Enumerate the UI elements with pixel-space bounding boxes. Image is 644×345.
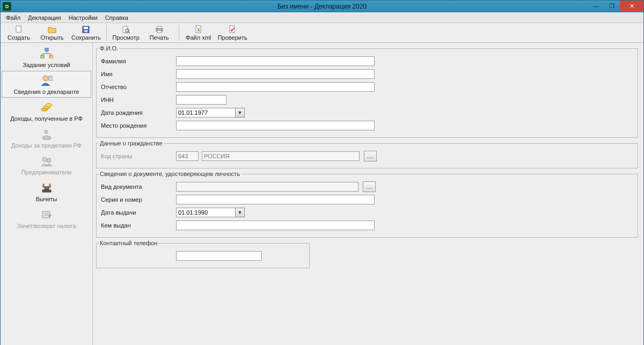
app-window: D Без имени - Декларация 2020 — ❐ ✕ Файл…	[0, 0, 644, 345]
name-label: Имя	[101, 71, 176, 77]
maximize-button[interactable]: ❐	[604, 1, 620, 11]
sidebar-deductions-label: Вычеты	[36, 196, 57, 202]
sidebar-income-rf-label: Доходы, полученные в РФ	[10, 115, 83, 122]
contact-phone-row	[101, 251, 305, 261]
svg-point-19	[46, 104, 52, 107]
birth-place-label: Место рождения	[101, 122, 176, 129]
country-code-label: Код страны	[101, 153, 176, 159]
surname-input[interactable]	[176, 56, 375, 66]
window-title: Без имени - Декларация 2020	[1, 3, 643, 10]
name-row: Имя	[101, 69, 633, 79]
svg-rect-2	[84, 27, 88, 29]
entrepreneurs-icon	[38, 154, 55, 168]
toolbar-open-button[interactable]: Открыть	[36, 24, 68, 42]
sidebar-income-abroad-label: Доходы за пределами РФ	[11, 142, 82, 149]
toolbar-check-button[interactable]: Проверить	[216, 24, 250, 42]
birth-date-input[interactable]	[176, 108, 235, 118]
svg-rect-23	[45, 187, 49, 190]
doc-type-label: Вид документа	[101, 183, 176, 190]
inn-row: ИНН	[101, 94, 633, 105]
sidebar-conditions-label: Задание условий	[23, 62, 70, 68]
toolbar-preview-button[interactable]: Просмотр	[110, 24, 142, 42]
country-name-input	[202, 151, 360, 161]
open-folder-icon	[48, 25, 56, 34]
issue-date-picker[interactable]: ▼	[176, 208, 245, 217]
main-area: Задание условий Сведения о декларанте До…	[1, 43, 643, 345]
menu-declaration[interactable]: Декларация	[25, 13, 64, 22]
toolbar-filexml-button[interactable]: Файл xml	[182, 24, 215, 42]
country-code-input	[176, 151, 199, 161]
birth-date-label: Дата рождения	[101, 109, 176, 116]
toolbar-filexml-label: Файл xml	[186, 34, 211, 41]
svg-rect-13	[41, 55, 44, 58]
series-number-row: Серия и номер	[101, 194, 633, 205]
issue-date-input[interactable]	[176, 208, 235, 217]
toolbar-save-button[interactable]: Сохранить	[69, 24, 103, 42]
toolbar-save-label: Сохранить	[71, 34, 101, 41]
issued-by-row: Кем выдан	[101, 220, 633, 231]
menubar: Файл Декларация Настройки Справка	[1, 12, 643, 23]
deductions-icon	[38, 181, 55, 195]
patronymic-label: Отчество	[101, 84, 176, 90]
svg-rect-9	[157, 31, 162, 33]
printer-icon	[155, 25, 164, 34]
toolbar-print-label: Печать	[150, 34, 169, 41]
sidebar-declarant-label: Сведения о декларанте	[14, 89, 79, 95]
menu-file[interactable]: Файл	[3, 13, 24, 22]
patronymic-input[interactable]	[176, 82, 375, 92]
issue-date-label: Дата выдачи	[101, 209, 176, 216]
toolbar-separator	[179, 25, 179, 41]
toolbar-create-button[interactable]: Создать	[3, 24, 35, 42]
inn-label: ИНН	[101, 97, 176, 103]
window-controls: — ❐ ✕	[588, 1, 643, 11]
patronymic-row: Отчество	[101, 82, 633, 92]
birth-place-row: Место рождения	[101, 120, 633, 131]
menu-settings[interactable]: Настройки	[65, 13, 101, 22]
sidebar-item-declarant[interactable]: Сведения о декларанте	[2, 71, 91, 98]
toolbar-open-label: Открыть	[40, 34, 63, 41]
series-number-input[interactable]	[176, 195, 375, 204]
svg-rect-24	[42, 190, 51, 192]
svg-rect-14	[49, 55, 53, 58]
svg-line-6	[128, 32, 130, 33]
toolbar-preview-label: Просмотр	[113, 34, 140, 41]
chevron-down-icon[interactable]: ▼	[235, 208, 245, 217]
preview-icon	[122, 25, 130, 34]
sidebar-entrepreneurs-label: Предприниматели	[21, 169, 71, 175]
chevron-down-icon[interactable]: ▼	[235, 108, 245, 118]
sidebar-offset-refund-label: Зачет/возврат налога	[17, 223, 76, 229]
birth-date-row: Дата рождения ▼	[101, 107, 633, 118]
toolbar-print-button[interactable]: Печать	[143, 24, 175, 42]
name-input[interactable]	[176, 69, 375, 79]
svg-point-21	[42, 157, 47, 162]
surname-label: Фамилия	[101, 58, 176, 64]
new-file-icon	[14, 25, 23, 34]
svg-rect-4	[123, 26, 128, 33]
fio-group: Ф.И.О. Фамилия Имя Отчество ИНН	[96, 45, 638, 138]
sidebar-item-deductions[interactable]: Вычеты	[2, 178, 91, 205]
doc-type-lookup-button[interactable]: ...	[363, 181, 376, 192]
inn-input[interactable]	[176, 95, 226, 105]
form-content: Ф.И.О. Фамилия Имя Отчество ИНН	[93, 43, 643, 345]
menu-help[interactable]: Справка	[102, 13, 131, 22]
series-number-label: Серия и номер	[101, 196, 176, 203]
minimize-button[interactable]: —	[588, 1, 604, 11]
birth-place-input[interactable]	[176, 121, 375, 130]
sidebar-item-entrepreneurs: Предприниматели	[2, 151, 91, 178]
svg-rect-25	[42, 211, 50, 218]
close-button[interactable]: ✕	[620, 1, 643, 11]
toolbar-create-label: Создать	[8, 34, 30, 41]
svg-point-15	[43, 76, 48, 81]
contact-group: Контактный телефон	[96, 240, 310, 268]
sidebar-item-income-rf[interactable]: Доходы, полученные в РФ	[2, 98, 91, 124]
issued-by-input[interactable]	[176, 221, 375, 230]
birth-date-picker[interactable]: ▼	[176, 108, 245, 118]
toolbar-separator	[106, 25, 107, 41]
xml-file-icon	[194, 25, 203, 34]
country-lookup-button[interactable]: ...	[364, 151, 377, 162]
issued-by-label: Кем выдан	[101, 222, 176, 229]
doc-type-input	[176, 182, 358, 192]
sidebar: Задание условий Сведения о декларанте До…	[1, 43, 93, 345]
contact-phone-input[interactable]	[176, 251, 262, 261]
sidebar-item-conditions[interactable]: Задание условий	[2, 44, 91, 71]
